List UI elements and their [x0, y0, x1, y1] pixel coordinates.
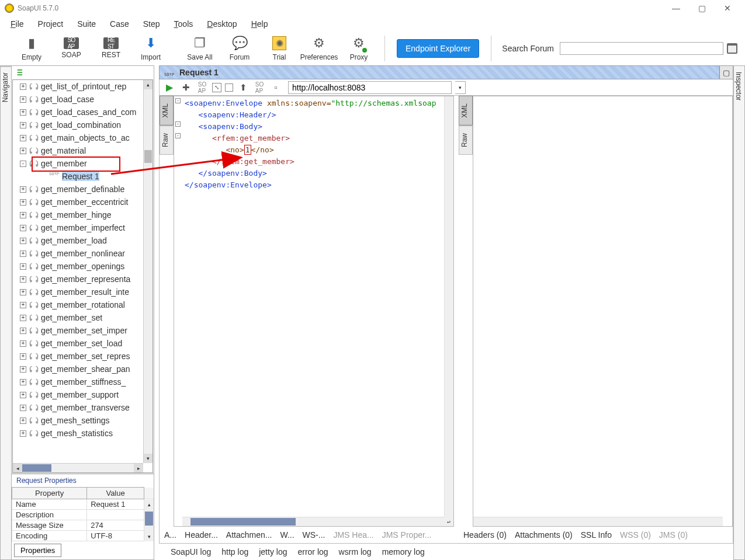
expand-icon[interactable]: + — [20, 148, 26, 154]
add-assertion-button[interactable]: ✚ — [179, 81, 192, 94]
expand-icon[interactable]: + — [20, 135, 26, 141]
toolbar-save-all[interactable]: ❐Save All — [180, 32, 220, 65]
property-value[interactable]: 274 — [87, 520, 144, 531]
tree-item-get_member[interactable]: -get_member — [13, 157, 143, 170]
scroll-up-arrow[interactable]: ▴ — [144, 80, 153, 89]
bottom-tab[interactable]: W... — [280, 530, 294, 540]
editor-tab-request-1[interactable]: Request 1 — [160, 66, 720, 79]
bottom-tab[interactable]: Headers (0) — [463, 530, 507, 540]
expand-icon[interactable]: + — [20, 225, 26, 231]
bottom-tab[interactable]: Header... — [185, 530, 218, 540]
tree-item-get_member_nonlinear[interactable]: +get_member_nonlinear — [13, 247, 143, 260]
expand-icon[interactable]: + — [20, 276, 26, 283]
toolbar-empty[interactable]: ▮Empty — [12, 32, 51, 65]
property-value[interactable] — [87, 510, 144, 520]
bottom-tab[interactable]: Attachments (0) — [515, 530, 573, 540]
tree-item-get_member_set_load[interactable]: +get_member_set_load — [13, 337, 143, 350]
expand-icon[interactable]: + — [20, 199, 26, 206]
tree-item-get_list_of_printout_rep[interactable]: +get_list_of_printout_rep — [13, 80, 143, 93]
word-wrap-toggle[interactable]: ↩ — [444, 517, 453, 526]
log-tab[interactable]: http log — [221, 547, 248, 556]
scroll-thumb[interactable] — [190, 518, 296, 526]
fold-icon[interactable]: - — [175, 121, 181, 127]
expand-icon[interactable]: + — [20, 405, 26, 411]
toolbar-trial[interactable]: ✺Trial — [259, 32, 299, 65]
editor-tab-maximize[interactable]: ▢ — [720, 66, 733, 79]
log-tab[interactable]: jetty log — [259, 547, 287, 556]
menu-tools[interactable]: Tools — [167, 18, 200, 30]
expand-icon[interactable]: + — [20, 430, 26, 437]
menu-help[interactable]: Help — [244, 18, 275, 30]
toolbar-forum[interactable]: 💬Forum — [220, 32, 259, 65]
menu-case[interactable]: Case — [103, 18, 136, 30]
property-value[interactable]: UTF-8 — [87, 531, 144, 541]
expand-icon[interactable]: + — [20, 212, 26, 218]
bottom-tab[interactable]: WSS (0) — [620, 530, 651, 540]
toolbar-preferences[interactable]: ⚙Preferences — [299, 32, 339, 65]
navigator-horizontal-scrollbar[interactable]: ◂ ▸ — [13, 463, 143, 472]
tree-item-get_mesh_statistics[interactable]: +get_mesh_statistics — [13, 427, 143, 440]
tree-item-get_member_eccentricit[interactable]: +get_member_eccentricit — [13, 196, 143, 208]
tree-item-get_member_set[interactable]: +get_member_set — [13, 311, 143, 324]
expand-icon[interactable]: + — [20, 186, 26, 193]
tree-item-get_member_openings[interactable]: +get_member_openings — [13, 260, 143, 273]
tree-item-get_member_support[interactable]: +get_member_support — [13, 388, 143, 401]
endpoint-dropdown[interactable]: ▾ — [455, 81, 466, 94]
scroll-right-arrow[interactable]: ▸ — [134, 464, 143, 472]
tree-item-get_load_case[interactable]: +get_load_case — [13, 93, 143, 106]
property-value[interactable]: Request 1 — [87, 499, 144, 510]
tree-item-get_member_transverse[interactable]: +get_member_transverse — [13, 401, 143, 414]
tree-item-get_member_stiffness_[interactable]: +get_member_stiffness_ — [13, 375, 143, 388]
bottom-tab[interactable]: A... — [164, 530, 176, 540]
expand-icon[interactable]: + — [20, 366, 26, 373]
run-button[interactable]: ▶ — [163, 81, 176, 94]
expand-button[interactable]: ⤡ — [212, 83, 221, 92]
navigator-vertical-scrollbar[interactable]: ▴ ▾ — [143, 80, 153, 463]
expand-icon[interactable]: + — [20, 289, 26, 295]
tree-item-get_member_load[interactable]: +get_member_load — [13, 234, 143, 247]
close-button[interactable]: ✕ — [715, 0, 740, 16]
response-xml-viewer[interactable] — [473, 96, 733, 527]
properties-scrollbar[interactable]: ▴▾ — [144, 500, 154, 541]
expand-icon[interactable]: + — [20, 109, 26, 116]
search-forum-input[interactable] — [560, 42, 723, 55]
request-hscroll[interactable] — [182, 517, 444, 526]
tree-item-get_member_definable[interactable]: +get_member_definable — [13, 183, 143, 196]
soap-action-button[interactable]: SOAP — [196, 81, 209, 94]
tree-item-get_member_imperfect[interactable]: +get_member_imperfect — [13, 221, 143, 234]
scroll-down-arrow[interactable]: ▾ — [144, 454, 153, 463]
response-hscroll[interactable] — [473, 517, 723, 526]
properties-button[interactable]: Properties — [14, 544, 61, 557]
clear-button[interactable]: ▫ — [269, 81, 282, 94]
response-raw-tab[interactable]: Raw — [459, 126, 473, 155]
expand-icon[interactable]: + — [20, 418, 26, 424]
bottom-tab[interactable]: Attachmen... — [226, 530, 272, 540]
scroll-thumb-h[interactable] — [22, 464, 51, 472]
expand-icon[interactable]: + — [20, 263, 26, 270]
menu-desktop[interactable]: Desktop — [200, 18, 244, 30]
fold-icon[interactable]: - — [175, 98, 181, 103]
bottom-tab[interactable]: JMS (0) — [659, 530, 688, 540]
expand-icon[interactable]: + — [20, 302, 26, 308]
menu-file[interactable]: File — [4, 18, 31, 30]
recreate-button[interactable]: SOAP — [253, 81, 266, 94]
stop-button[interactable] — [225, 84, 233, 92]
request-xml-editor[interactable]: - - - <soapenv:Envelope xmlns:soapenv="h… — [174, 96, 454, 527]
menu-suite[interactable]: Suite — [70, 18, 103, 30]
tree-item-get_member_set_imper[interactable]: +get_member_set_imper — [13, 324, 143, 337]
bottom-tab[interactable]: WS-... — [303, 530, 325, 540]
tree-item-get_load_combination[interactable]: +get_load_combination — [13, 119, 143, 131]
fold-icon[interactable]: - — [175, 133, 181, 138]
navigator-side-tab[interactable]: Navigator — [1, 66, 11, 108]
tree-item-get_member_rotational[interactable]: +get_member_rotational — [13, 298, 143, 311]
tree-item-request-1[interactable]: Request 1 — [13, 170, 143, 183]
tree-item-get_member_shear_pan[interactable]: +get_member_shear_pan — [13, 363, 143, 375]
log-tab[interactable]: SoapUI log — [171, 547, 211, 556]
toolbar-soap[interactable]: SOAPSOAP — [51, 32, 91, 65]
expand-icon[interactable]: - — [20, 161, 26, 167]
tree-item-get_member_hinge[interactable]: +get_member_hinge — [13, 208, 143, 221]
toolbar-proxy[interactable]: ⚙Proxy — [339, 32, 379, 65]
expand-icon[interactable]: + — [20, 328, 26, 334]
tree-item-get_member_set_repres[interactable]: +get_member_set_repres — [13, 350, 143, 363]
endpoint-explorer-button[interactable]: Endpoint Explorer — [397, 39, 479, 58]
